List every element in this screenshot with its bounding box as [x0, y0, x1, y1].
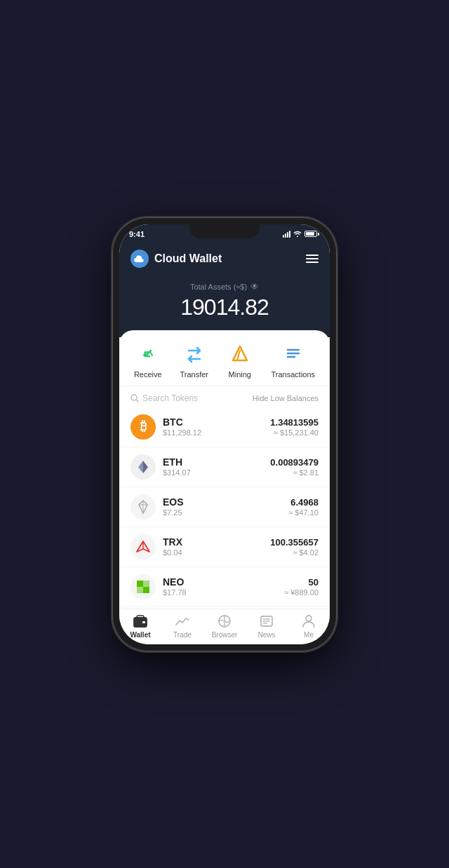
neo-info: NEO $17.78: [163, 576, 284, 597]
neo-logo: [130, 574, 156, 599]
eos-amount: 6.4968: [288, 497, 319, 508]
trx-price: $0.04: [163, 548, 270, 557]
notch: [189, 224, 260, 238]
battery-icon: [304, 231, 317, 237]
eth-amount: 0.00893479: [270, 457, 319, 468]
svg-point-29: [306, 616, 311, 621]
receive-button[interactable]: Receive: [134, 340, 162, 379]
transactions-button[interactable]: Transactions: [272, 340, 316, 379]
eos-logo: [130, 494, 156, 520]
nav-news[interactable]: News: [246, 613, 288, 639]
menu-button[interactable]: [306, 255, 319, 263]
receive-icon: [135, 340, 161, 367]
neo-symbol: NEO: [163, 576, 284, 588]
nav-browser[interactable]: Browser: [203, 613, 246, 639]
me-nav-icon: [301, 613, 316, 629]
wallet-nav-icon: [133, 613, 148, 629]
wallet-nav-label: Wallet: [130, 631, 150, 639]
me-nav-label: Me: [304, 631, 314, 639]
trx-balance: 100.355657 ≈ $4.02: [270, 537, 319, 557]
status-icons: [283, 231, 317, 238]
mining-icon: [227, 340, 253, 367]
btc-usd: ≈ $15,231.40: [270, 428, 319, 437]
nav-wallet[interactable]: Wallet: [119, 613, 161, 639]
phone-screen: 9:41: [119, 224, 330, 644]
trx-usd: ≈ $4.02: [270, 548, 319, 557]
mining-label: Mining: [229, 370, 251, 379]
action-buttons: Receive Transfer: [119, 330, 330, 386]
search-row: Search Tokens Hide Low Balances: [119, 386, 330, 407]
transactions-label: Transactions: [272, 370, 316, 379]
eth-usd: ≈ $2.81: [270, 468, 319, 477]
eth-symbol: ETH: [163, 456, 270, 468]
search-input[interactable]: Search Tokens: [142, 393, 198, 403]
mining-button[interactable]: Mining: [227, 340, 253, 379]
news-nav-icon: [259, 613, 274, 629]
transfer-icon: [181, 340, 208, 367]
trade-nav-label: Trade: [173, 631, 192, 639]
neo-usd: ≈ ¥889.00: [284, 588, 319, 597]
eos-info: EOS $7.25: [163, 496, 288, 517]
token-item-btc[interactable]: ₿ BTC $11,298.12 1.34813595 ≈ $15,231.40: [119, 407, 330, 447]
signal-icon: [283, 231, 290, 238]
token-list: ₿ BTC $11,298.12 1.34813595 ≈ $15,231.40: [119, 407, 330, 607]
svg-rect-17: [137, 581, 143, 587]
app-logo: [130, 250, 149, 268]
eth-price: $314.07: [163, 468, 270, 477]
cloud-icon: [134, 255, 145, 262]
nav-trade[interactable]: Trade: [161, 613, 203, 639]
browser-nav-label: Browser: [212, 631, 238, 639]
trx-info: TRX $0.04: [163, 536, 270, 557]
bottom-nav: Wallet Trade: [119, 609, 330, 644]
svg-line-7: [136, 400, 138, 402]
transfer-label: Transfer: [180, 370, 208, 379]
assets-section: Total Assets (≈$) 👁 19014.82: [119, 273, 330, 337]
app-title: Cloud Wallet: [154, 252, 222, 265]
wifi-icon: [293, 231, 302, 237]
eos-price: $7.25: [163, 508, 288, 517]
search-left: Search Tokens: [130, 393, 198, 403]
btc-symbol: BTC: [163, 416, 270, 428]
main-card: Receive Transfer: [119, 330, 330, 607]
transfer-button[interactable]: Transfer: [180, 340, 208, 379]
svg-marker-1: [233, 346, 247, 360]
trade-nav-icon: [175, 613, 190, 629]
eos-balance: 6.4968 ≈ $47.10: [288, 497, 319, 517]
svg-rect-20: [137, 587, 143, 593]
hide-low-balances[interactable]: Hide Low Balances: [253, 394, 319, 402]
receive-label: Receive: [134, 370, 162, 379]
eth-logo: [130, 454, 156, 480]
eth-info: ETH $314.07: [163, 456, 270, 477]
status-bar: 9:41: [119, 224, 330, 244]
btc-amount: 1.34813595: [270, 417, 319, 428]
token-item-eos[interactable]: EOS $7.25 6.4968 ≈ $47.10: [119, 487, 330, 527]
neo-price: $17.78: [163, 588, 284, 597]
transactions-icon: [280, 340, 307, 367]
eos-usd: ≈ $47.10: [288, 508, 319, 517]
eos-symbol: EOS: [163, 496, 288, 508]
svg-rect-19: [143, 581, 149, 587]
btc-price: $11,298.12: [163, 428, 270, 437]
eth-balance: 0.00893479 ≈ $2.81: [270, 457, 319, 477]
btc-info: BTC $11,298.12: [163, 416, 270, 437]
phone-frame: 9:41: [112, 217, 337, 651]
btc-balance: 1.34813595 ≈ $15,231.40: [270, 417, 319, 437]
nav-me[interactable]: Me: [288, 613, 330, 639]
search-icon: [130, 394, 139, 402]
assets-value: 19014.82: [130, 294, 319, 320]
token-item-eth[interactable]: ETH $314.07 0.00893479 ≈ $2.81: [119, 447, 330, 487]
svg-rect-18: [143, 587, 149, 593]
trx-symbol: TRX: [163, 536, 270, 548]
app-header: Cloud Wallet: [119, 244, 330, 273]
status-time: 9:41: [129, 230, 145, 238]
assets-label: Total Assets (≈$) 👁: [130, 282, 319, 292]
trx-logo: [130, 534, 156, 560]
neo-balance: 50 ≈ ¥889.00: [284, 577, 319, 597]
eye-icon[interactable]: 👁: [250, 282, 259, 292]
trx-amount: 100.355657: [270, 537, 319, 548]
svg-rect-22: [142, 621, 145, 623]
token-item-trx[interactable]: TRX $0.04 100.355657 ≈ $4.02: [119, 527, 330, 567]
token-item-neo[interactable]: NEO $17.78 50 ≈ ¥889.00: [119, 567, 330, 607]
news-nav-label: News: [257, 631, 275, 639]
btc-logo: ₿: [130, 414, 156, 440]
